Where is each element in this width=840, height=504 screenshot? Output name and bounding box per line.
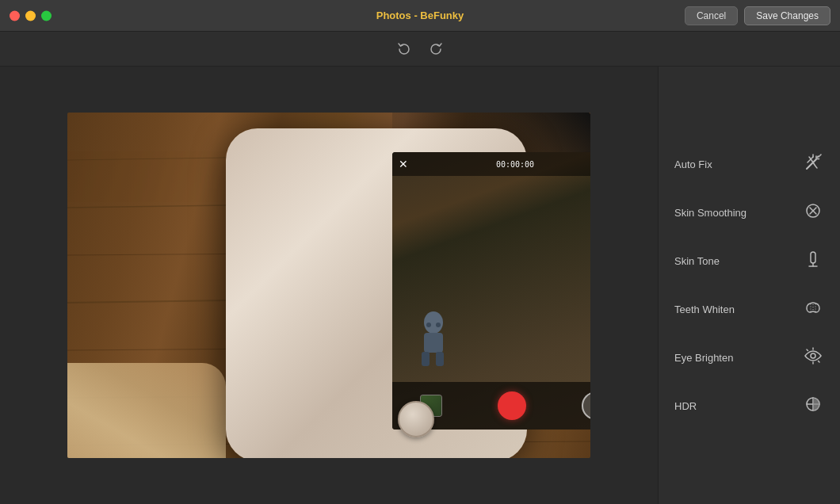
panel-item-skin-tone[interactable]: Skin Tone xyxy=(659,237,840,285)
eye-brighten-icon xyxy=(802,346,824,369)
window-title: Photos - BeFunky xyxy=(376,10,464,21)
svg-point-7 xyxy=(424,311,443,334)
statue-figure xyxy=(412,311,456,366)
skin-smoothing-label: Skin Smoothing xyxy=(674,207,746,219)
hdr-label: HDR xyxy=(674,400,697,412)
panel-item-skin-smoothing[interactable]: Skin Smoothing xyxy=(659,189,840,237)
hdr-icon xyxy=(802,395,824,418)
svg-line-19 xyxy=(817,156,819,158)
photo-background: ✕ 00:00:00 ⬡ 4K xyxy=(67,113,590,458)
undo-button[interactable] xyxy=(391,36,417,62)
photo-container: ✕ 00:00:00 ⬡ 4K xyxy=(67,113,590,458)
skin-tone-icon xyxy=(802,250,824,273)
phone-body: ✕ 00:00:00 ⬡ 4K xyxy=(226,128,527,458)
titlebar-buttons: Cancel Save Changes xyxy=(685,6,830,25)
shutter-button[interactable] xyxy=(582,391,590,420)
save-button[interactable]: Save Changes xyxy=(744,6,830,25)
auto-fix-label: Auto Fix xyxy=(674,158,712,170)
panel-item-eye-brighten[interactable]: Eye Brighten xyxy=(659,334,840,382)
camera-timer: 00:00:00 xyxy=(496,160,534,169)
panel-item-auto-fix[interactable]: Auto Fix xyxy=(659,140,840,189)
close-button[interactable] xyxy=(10,10,20,21)
statue-svg xyxy=(412,311,456,366)
app-title-befunky: - BeFunky xyxy=(411,10,464,21)
camera-top-bar: ✕ 00:00:00 ⬡ xyxy=(392,152,590,176)
app-title-photos: Photos xyxy=(376,10,411,21)
svg-line-32 xyxy=(807,349,808,351)
toolbar xyxy=(0,32,840,67)
phone-screen: ✕ 00:00:00 ⬡ 4K xyxy=(392,152,590,430)
svg-point-11 xyxy=(426,323,431,327)
eye-brighten-label: Eye Brighten xyxy=(674,352,733,364)
panel-item-teeth-whiten[interactable]: Teeth Whiten xyxy=(659,285,840,334)
flash-icon: ✕ xyxy=(399,158,408,170)
right-panel: Auto Fix Skin Smoothing xyxy=(658,67,840,504)
redo-icon xyxy=(429,42,443,56)
teeth-whiten-label: Teeth Whiten xyxy=(674,304,735,315)
main-content: ✕ 00:00:00 ⬡ 4K xyxy=(0,67,840,504)
traffic-lights xyxy=(10,10,52,21)
svg-point-29 xyxy=(811,353,815,358)
maximize-button[interactable] xyxy=(41,10,52,21)
cancel-button[interactable]: Cancel xyxy=(685,6,738,25)
svg-rect-8 xyxy=(424,333,443,353)
titlebar: Photos - BeFunky Cancel Save Changes xyxy=(0,0,840,32)
svg-line-33 xyxy=(819,361,820,363)
auto-fix-icon xyxy=(802,153,824,176)
camera-ui: ✕ 00:00:00 ⬡ 4K xyxy=(392,152,590,430)
svg-point-12 xyxy=(436,323,441,327)
svg-rect-9 xyxy=(422,352,430,366)
hand-area xyxy=(67,363,226,458)
skin-tone-label: Skin Tone xyxy=(674,255,720,267)
home-button xyxy=(398,401,434,437)
redo-button[interactable] xyxy=(423,36,449,62)
undo-icon xyxy=(397,42,411,56)
svg-rect-23 xyxy=(811,252,815,263)
svg-rect-10 xyxy=(436,352,444,366)
image-area: ✕ 00:00:00 ⬡ 4K xyxy=(0,67,658,504)
minimize-button[interactable] xyxy=(25,10,36,21)
skin-smoothing-icon xyxy=(802,201,824,224)
teeth-whiten-icon xyxy=(802,298,824,321)
svg-line-15 xyxy=(819,155,821,157)
record-button[interactable] xyxy=(498,391,526,420)
panel-item-hdr[interactable]: HDR xyxy=(659,382,840,430)
